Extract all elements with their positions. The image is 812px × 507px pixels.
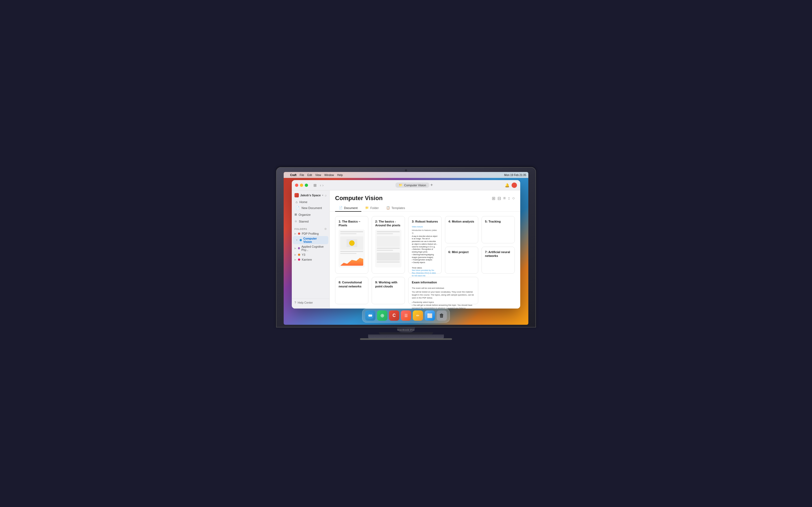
help-center-label: Help Center	[298, 301, 313, 304]
card-title: Exam information	[412, 280, 474, 284]
folder-arrow-icon: ▶	[295, 253, 296, 256]
title-bar-right: 🔔	[505, 182, 517, 188]
sidebar-new-doc-label: New Document	[302, 206, 322, 210]
active-tab[interactable]: 📁 Computer Vision	[396, 182, 429, 188]
sidebar-home-label: Home	[299, 201, 307, 204]
user-avatar[interactable]	[512, 182, 517, 188]
search-icon[interactable]: ⌕	[325, 193, 327, 197]
folders-label: Folders	[295, 228, 307, 230]
preview-text-line	[340, 233, 356, 234]
card-link: Video lecture	[412, 226, 438, 228]
minimize-button[interactable]	[300, 184, 303, 187]
folder-tab-icon: 📁	[365, 206, 369, 210]
sidebar-item-home[interactable]: ⌂ Home	[293, 199, 328, 205]
preview-text-line	[340, 253, 356, 254]
card-point-clouds[interactable]: 9: Working with point clouds	[372, 277, 405, 304]
close-button[interactable]	[295, 184, 298, 187]
workspace-switcher[interactable]: Jakob's Space ▾	[295, 193, 323, 198]
folder-arrow-icon: ▼	[296, 239, 298, 241]
preview-text-line	[377, 250, 393, 251]
card-basics-pixels[interactable]: 1: The Basics – Pixels	[335, 216, 368, 274]
folder-computer-vision[interactable]: ▼ Computer Vision	[293, 236, 328, 244]
app-window: ⊞ ‹ › 📁 Computer Vision + 🔔	[292, 180, 520, 308]
folder-y3[interactable]: ▶ Y3	[292, 252, 329, 257]
dock-trash-icon[interactable]: 🗑	[437, 311, 447, 321]
folder-label: Y3	[302, 253, 305, 256]
maximize-button[interactable]	[305, 184, 308, 187]
star-icon: ☆	[295, 220, 297, 223]
card-preview	[375, 230, 401, 268]
card-title: 2: The basics - Around the pixels	[375, 220, 401, 227]
more-options-button[interactable]: ○	[512, 196, 515, 201]
macbook-chassis: Craft File Edit View Window Help Mon 19 …	[276, 167, 536, 340]
card-exam-information[interactable]: Exam information The exam will be oral a…	[408, 277, 478, 304]
menu-file[interactable]: File	[300, 174, 304, 177]
folder-arrow-icon: ▶	[295, 232, 296, 235]
folder-tab-label: Folder	[370, 206, 379, 210]
screen: Craft File Edit View Window Help Mon 19 …	[284, 172, 528, 325]
card-title: 8: Convolutional neural networks	[339, 280, 365, 288]
add-tab-button[interactable]: +	[430, 182, 433, 188]
sidebar-toggle-icon[interactable]: ⊞	[312, 182, 318, 188]
tab-templates[interactable]: 📋 Templates	[383, 205, 409, 212]
folder-color-dot	[300, 239, 302, 241]
menu-edit[interactable]: Edit	[307, 174, 312, 177]
tab-bar-center: 📁 Computer Vision +	[325, 182, 503, 188]
nav-arrows: ‹ ›	[320, 183, 323, 187]
trash-symbol: 🗑	[439, 313, 444, 319]
templates-tab-label: Templates	[391, 206, 405, 210]
card-neural-networks[interactable]: 7: Artificial neural networks	[481, 246, 515, 274]
dock-notes-icon[interactable]: ✏	[413, 311, 423, 321]
menu-window[interactable]: Window	[324, 174, 334, 177]
card-title: 3: Robust features	[412, 220, 438, 223]
organize-item[interactable]: ⊞ Organize	[295, 212, 327, 217]
folder-pdp-profiling[interactable]: ▶ PDP Profiling	[292, 231, 329, 236]
card-motion-analysis[interactable]: 4: Motion analysis	[445, 216, 478, 243]
starred-item[interactable]: ☆ Starred	[295, 219, 327, 224]
menubar-left: Craft File Edit View Window Help	[286, 174, 343, 177]
title-bar: ⊞ ‹ › 📁 Computer Vision + 🔔	[292, 180, 520, 190]
card-around-pixels[interactable]: 2: The basics - Around the pixels	[372, 216, 405, 274]
card-conv-neural-networks[interactable]: 8: Convolutional neural networks	[335, 277, 368, 304]
sidebar-header: Jakob's Space ▾ ⌕	[292, 192, 329, 199]
dock-finder-icon[interactable]	[365, 311, 375, 321]
column-view-button[interactable]: ≡	[503, 196, 506, 201]
macbook-label: MacBook Pro	[397, 329, 415, 331]
document-tab-label: Document	[344, 206, 358, 210]
folders-settings-icon[interactable]: ⊕	[324, 227, 327, 231]
dock-reminders-icon[interactable]: ☰	[401, 311, 411, 321]
workspace-avatar	[295, 193, 299, 198]
tab-document[interactable]: 📄 Document	[335, 205, 361, 212]
card-tracking[interactable]: 5: Tracking	[481, 216, 515, 243]
menu-help[interactable]: Help	[337, 174, 343, 177]
card-text: Introduction to features (video 1)	[412, 229, 438, 234]
dock-safari-icon[interactable]: ⊕	[377, 311, 387, 321]
preview-image-placeholder-2	[377, 252, 400, 261]
list-view-button[interactable]: ⊟	[498, 196, 501, 201]
templates-tab-icon: 📋	[386, 206, 390, 210]
dock-craft-icon[interactable]: C	[389, 311, 399, 321]
card-mini-project[interactable]: 6: Mini project	[445, 246, 478, 274]
tab-folder[interactable]: 📁 Folder	[361, 205, 383, 212]
preview-chart	[340, 256, 363, 266]
nav-back-button[interactable]: ‹	[320, 183, 321, 187]
hinge-notch	[379, 332, 433, 335]
help-center-button[interactable]: ? Help Center	[295, 301, 327, 304]
card-title: 5: Tracking	[485, 220, 511, 223]
folder-cognitive-psy[interactable]: ▶ Applied Cognitive Psy...	[292, 244, 329, 252]
folder-karriere[interactable]: ▶ Karriere	[292, 257, 329, 262]
sort-button[interactable]: ↕	[508, 196, 510, 201]
card-robust-features[interactable]: 3: Robust features Video lecture Introdu…	[408, 216, 442, 274]
menu-view[interactable]: View	[315, 174, 321, 177]
nav-forward-button[interactable]: ›	[322, 183, 324, 187]
card-title: 9: Working with point clouds	[375, 280, 401, 288]
workspace-chevron-icon: ▾	[322, 194, 323, 196]
grid-view-button[interactable]: ⊞	[492, 196, 495, 201]
sidebar-item-new-document[interactable]: 📄 New Document	[293, 205, 328, 211]
notifications-icon[interactable]: 🔔	[505, 183, 509, 187]
sidebar: Jakob's Space ▾ ⌕ ⌂ Home 📄 New Document	[292, 190, 330, 308]
folders-header: Folders ⊕	[292, 227, 329, 231]
dock-files-icon[interactable]: ⬜	[425, 311, 435, 321]
card-title: 1: The Basics – Pixels	[339, 220, 365, 227]
card-title: 6: Mini project	[449, 250, 475, 254]
